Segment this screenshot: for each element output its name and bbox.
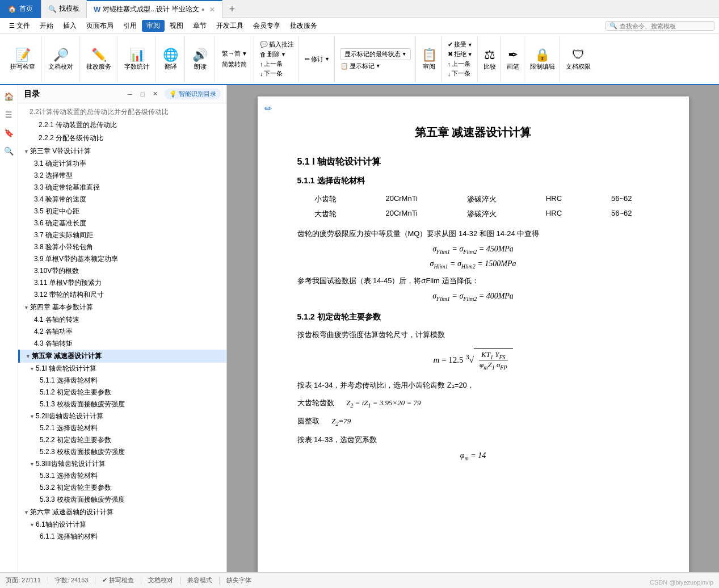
word-count-button[interactable]: 📊 字数统计 (123, 47, 150, 72)
toc-item[interactable]: 3.9 单根V带的基本额定功率 (18, 253, 226, 265)
show-markup-icon-btn[interactable]: 📋 显示标记 ▼ (340, 62, 411, 70)
toc-close-btn[interactable]: ✕ (150, 89, 160, 99)
search-input[interactable] (620, 23, 710, 30)
review-pane-button[interactable]: 📋 审阅 (421, 47, 438, 72)
restrict-edit-button[interactable]: 🔒 限制编辑 (529, 47, 556, 72)
menu-review-service[interactable]: 批改服务 (285, 20, 322, 32)
menu-insert[interactable]: 插入 (58, 20, 81, 32)
toc-item[interactable]: 5.2.1 选择齿轮材料 (18, 422, 226, 434)
toc-item[interactable]: 2.2计算传动装置的总传动比并分配各级传动比 (18, 106, 226, 119)
toc-item[interactable]: 3.6 确定基准长度 (18, 217, 226, 229)
track-modify-button[interactable]: ✏ 修订 ▼ (305, 55, 330, 64)
toc-item-53[interactable]: ▼ 5.3III齿轴齿轮设计计算 (18, 458, 226, 470)
toc-item[interactable]: 5.1.2 初定齿轮主要参数 (18, 387, 226, 398)
prev-change-button[interactable]: ↑ 上一条 (448, 60, 473, 68)
toc-expand-btn[interactable]: □ (137, 89, 148, 99)
traditional-button[interactable]: 简繁转简 (220, 60, 249, 69)
toc-item[interactable]: 5.2.2 初定齿轮主要参数 (18, 434, 226, 446)
tab-doc[interactable]: W 对锟柱塞式成型...设计 毕业论文 ● ✕ (87, 0, 222, 18)
menu-review[interactable]: 审阅 (142, 20, 165, 32)
toc-item[interactable]: 3.5 初定中心距 (18, 205, 226, 217)
insert-comment-button[interactable]: 💬 插入批注 (260, 40, 294, 49)
tab-home-label: 首页 (19, 4, 33, 14)
permissions-button[interactable]: 🛡 文档权限 (565, 47, 592, 72)
toc-item[interactable]: 3.7 确定实际轴间距 (18, 229, 226, 241)
toc-item-52[interactable]: ▼ 5.2II齿轴齿轮设计计算 (18, 410, 226, 422)
toc-item[interactable]: 3.12 带轮的结构和尺寸 (18, 289, 226, 301)
nav-search-icon-btn[interactable]: 🔍 (2, 144, 16, 158)
ch3-expand-icon: ▼ (24, 149, 29, 154)
toc-item-ch5[interactable]: ▼ 第五章 减速器设计计算 (18, 350, 226, 363)
toc-item[interactable]: 3.1 确定计算功率 (18, 158, 226, 170)
toc-item[interactable]: 5.1.1 选择齿轮材料 (18, 375, 226, 387)
menu-dev-tools[interactable]: 开发工具 (212, 20, 248, 32)
chapter-title: 第五章 减速器设计计算 (297, 125, 649, 140)
restrict-icon: 🔒 (535, 48, 550, 62)
nav-home-icon-btn[interactable]: 🏠 (2, 90, 16, 103)
status-missing-font[interactable]: 缺失字体 (226, 576, 251, 585)
toc-item[interactable]: 3.3 确定带轮基准直径 (18, 182, 226, 194)
toc-item[interactable]: 2.2.1 传动装置的总传动比 (18, 119, 226, 132)
menu-start[interactable]: 开始 (35, 20, 58, 32)
toc-item[interactable]: 2.2.2 分配各级传动比 (18, 132, 226, 145)
nav-nav-icon-btn[interactable]: ☰ (2, 108, 16, 121)
next-comment-button[interactable]: ↓ 下一条 (260, 69, 294, 78)
accept-button[interactable]: ✔ 接受 ▼ (448, 40, 473, 49)
prev-comment-button[interactable]: ↑ 上一条 (260, 60, 294, 68)
compare-button[interactable]: ⚖ 比较 (482, 47, 497, 72)
simplify-button[interactable]: 繁→简 ▼ (220, 49, 249, 58)
toc-item-ch6[interactable]: ▼ 第六章 减速器轴的设计计算 (18, 506, 226, 519)
menu-view[interactable]: 视图 (165, 20, 188, 32)
track-changes-button[interactable]: ✏️ 批改服务 (85, 47, 112, 72)
translate-button[interactable]: 🌐 翻译 (162, 47, 179, 72)
delete-comment-button[interactable]: 🗑 删除 ▼ (260, 50, 294, 58)
nav-bookmark-icon-btn[interactable]: 🔖 (2, 126, 16, 140)
read-aloud-button[interactable]: 🔊 朗读 (191, 47, 209, 72)
toc-item-61[interactable]: ▼ 6.1轴的设计计算 (18, 519, 226, 531)
tab-home[interactable]: 🏠 首页 (0, 0, 41, 18)
show-markup-dropdown[interactable]: 显示标记的最终状态 ▼ (340, 48, 411, 60)
toc-item-ch4[interactable]: ▼ 第四章 基本参数计算 (18, 301, 226, 314)
toc-panel: 目录 ─ □ ✕ 💡 智能识别目录 2.2计算传动装置的总传动比并分配各级传动比… (18, 85, 227, 572)
menu-references[interactable]: 引用 (119, 20, 141, 32)
tab-add-button[interactable]: + (222, 0, 242, 18)
reject-button[interactable]: ✖ 拒绝 ▼ (448, 50, 473, 58)
toc-item[interactable]: 3.10V带的根数 (18, 265, 226, 277)
toc-item[interactable]: 5.3.1 选择齿轮材料 (18, 470, 226, 482)
toc-item[interactable]: 5.1.3 校核齿面接触疲劳强度 (18, 398, 226, 410)
status-spelling[interactable]: ✔ 拼写检查 (102, 576, 134, 585)
toc-item[interactable]: 5.3.3 校核齿面接触疲劳强度 (18, 494, 226, 506)
toc-item[interactable]: 4.3 各轴转矩 (18, 338, 226, 350)
status-page-info: 页面: 27/111 (6, 576, 41, 585)
doc-edit-icon[interactable]: ✏ (264, 103, 272, 114)
toc-item[interactable]: 5.3.2 初定齿轮主要参数 (18, 482, 226, 494)
doc-compare-button[interactable]: 🔎 文档校对 (47, 47, 74, 72)
toc-item-ch3[interactable]: ▼ 第三章 V带设计计算 (18, 145, 226, 158)
status-compat-mode[interactable]: 兼容模式 (187, 576, 212, 585)
toc-item[interactable]: 4.2 各轴功率 (18, 326, 226, 338)
menu-member[interactable]: 会员专享 (249, 20, 285, 32)
spell-check-button[interactable]: 📝 拼写检查 (9, 47, 36, 72)
menu-page-layout[interactable]: 页面布局 (82, 20, 118, 32)
toc-item-511[interactable]: ▼ 5.1I 轴齿轮设计计算 (18, 363, 226, 375)
smart-toc-button[interactable]: 💡 智能识别目录 (165, 89, 221, 99)
menu-file[interactable]: ☰ 文件 (5, 20, 35, 32)
status-doc-compare[interactable]: 文档校对 (148, 576, 173, 585)
menu-chapter[interactable]: 章节 (188, 20, 211, 32)
row2-col2: 20CrMnTi (385, 209, 418, 219)
toc-collapse-btn[interactable]: ─ (125, 89, 135, 99)
tab-doc-close[interactable]: ✕ (209, 6, 215, 14)
toc-item[interactable]: 4.1 各轴的转速 (18, 314, 226, 326)
toc-item[interactable]: 3.4 验算带的速度 (18, 194, 226, 205)
compare2-icon: ⚖ (484, 48, 495, 62)
next-change-button[interactable]: ↓ 下一条 (448, 69, 473, 78)
tab-find-template[interactable]: 🔍 找模板 (41, 0, 87, 18)
reject-icon: ✖ (448, 51, 453, 58)
status-divider-4 (180, 577, 180, 585)
toc-item[interactable]: 3.2 选择带型 (18, 170, 226, 182)
toc-item[interactable]: 6.1.1 选择轴的材料 (18, 531, 226, 543)
toc-item[interactable]: 3.8 验算小带轮包角 (18, 241, 226, 253)
toc-item[interactable]: 5.2.3 校核齿面接触疲劳强度 (18, 446, 226, 458)
toc-item[interactable]: 3.11 单根V带的预紧力 (18, 277, 226, 289)
ink-button[interactable]: ✒ 画笔 (506, 47, 520, 72)
